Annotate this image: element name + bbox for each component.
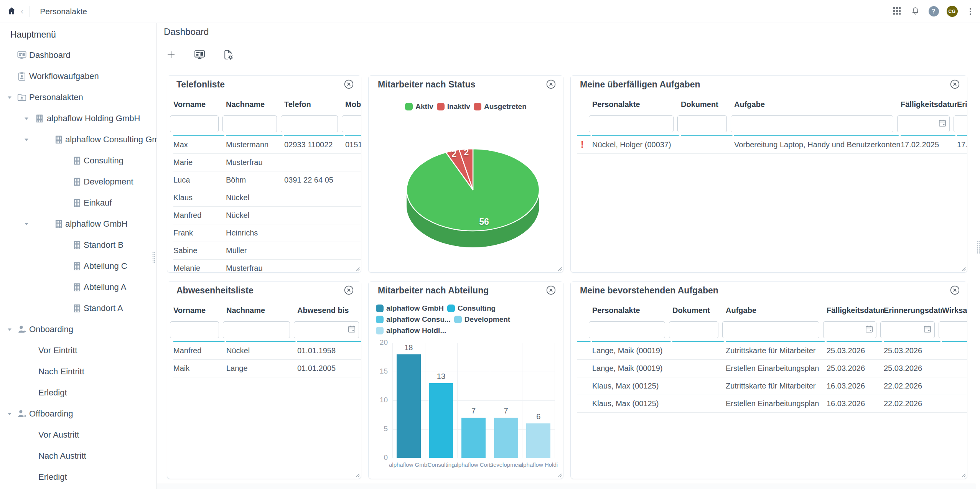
close-icon[interactable] xyxy=(949,78,961,91)
table-row[interactable]: MelanieMusterfrau xyxy=(173,260,361,272)
table-row[interactable]: LucaBöhm0391 22 64 05 xyxy=(173,171,361,189)
chevron-down-icon[interactable] xyxy=(7,327,12,332)
sidebar-item-einkauf[interactable]: Einkauf xyxy=(0,192,156,213)
filter-input-nachname[interactable] xyxy=(223,322,290,338)
sidebar-item-dashboard[interactable]: Dashboard xyxy=(0,44,156,66)
filter-input-wirksamkeitsdatum[interactable] xyxy=(939,322,967,338)
table-row[interactable]: MaxMustermann02933 1100220151 xyxy=(173,136,361,154)
column-header-faelligkeitsdatum[interactable]: Fälligkeitsdatum xyxy=(901,93,957,115)
filter-input-faelligkeitsdatum[interactable] xyxy=(824,322,865,338)
horizontal-scrollbar[interactable] xyxy=(157,484,976,489)
filter-input-faelligkeitsdatum[interactable] xyxy=(898,116,938,132)
filter-input-dokument[interactable] xyxy=(678,116,726,132)
calendar-icon[interactable] xyxy=(865,324,876,335)
sidebar-item-vor-austritt[interactable]: Vor Austritt xyxy=(0,424,156,445)
table-row[interactable]: FrankHeinrichs xyxy=(173,224,361,242)
table-row[interactable]: SabineMüller xyxy=(173,242,361,260)
column-header-mobil[interactable]: Mobil xyxy=(345,93,361,115)
filter-input-telefon[interactable] xyxy=(281,116,338,132)
more-options-button[interactable] xyxy=(964,5,977,18)
sidebar-item-nach-eintritt[interactable]: Nach Eintritt xyxy=(0,361,156,382)
table-row[interactable]: Klaus, Max (00125)Erstellen Einarbeitung… xyxy=(577,395,967,413)
sidebar-item-development[interactable]: Development xyxy=(0,171,156,192)
sidebar-item-erledigt[interactable]: Erledigt xyxy=(0,466,156,487)
resize-handle[interactable] xyxy=(354,265,360,271)
filter-input-vorname[interactable] xyxy=(170,322,219,338)
filter-input-personalakte[interactable] xyxy=(589,116,673,132)
sidebar-item-consulting[interactable]: Consulting xyxy=(0,150,156,171)
sidebar-item-nach-austritt[interactable]: Nach Austritt xyxy=(0,445,156,466)
column-header-personalakte[interactable]: Personalakte xyxy=(592,93,681,115)
column-header-telefon[interactable]: Telefon xyxy=(284,93,345,115)
dashboard-view-button[interactable] xyxy=(191,46,208,64)
resize-handle[interactable] xyxy=(354,472,360,477)
filter-input-abwesend-bis[interactable] xyxy=(294,322,347,338)
resize-handle[interactable] xyxy=(960,265,966,271)
column-header-faelligkeitsdatum[interactable]: Fälligkeitsdatum xyxy=(827,299,884,321)
add-widget-button[interactable] xyxy=(162,46,180,64)
sidebar-item-erledigt[interactable]: Erledigt xyxy=(0,382,156,403)
right-panel-splitter[interactable] xyxy=(976,23,980,489)
apps-grid-button[interactable] xyxy=(890,5,903,18)
sidebar-item-standort-b[interactable]: Standort B xyxy=(0,234,156,255)
table-row[interactable]: MaikLange01.01.2005 xyxy=(173,360,361,377)
table-row[interactable]: !Nückel, Holger (00037)Vorbereitung Lapt… xyxy=(577,136,967,154)
filter-input-dokument[interactable] xyxy=(669,322,718,338)
notifications-button[interactable] xyxy=(909,5,922,18)
resize-handle[interactable] xyxy=(556,472,562,477)
help-button[interactable]: ? xyxy=(927,5,940,18)
resize-handle[interactable] xyxy=(960,472,966,477)
sidebar-item-personalakten[interactable]: Personalakten xyxy=(0,87,156,108)
chevron-down-icon[interactable] xyxy=(24,116,29,121)
close-icon[interactable] xyxy=(343,284,355,296)
sidebar-item-workflowaufgaben[interactable]: Workflowaufgaben xyxy=(0,66,156,87)
sidebar-item-abteilung-a[interactable]: Abteilung A xyxy=(0,277,156,298)
breadcrumb-back-chevron[interactable]: ‹ xyxy=(21,7,23,16)
table-row[interactable]: MarieMusterfrau xyxy=(173,154,361,171)
sidebar-item-abteilung-c[interactable]: Abteilung C xyxy=(0,255,156,277)
column-header-personalakte[interactable]: Personalakte xyxy=(592,299,672,321)
chevron-down-icon[interactable] xyxy=(7,95,12,100)
column-header-erinnerungsdatum[interactable]: Erinnerungsdatum xyxy=(957,93,967,115)
chevron-down-icon[interactable] xyxy=(7,411,12,417)
splitter-grip-icon[interactable] xyxy=(977,240,980,254)
column-header-erinnerungsdatum[interactable]: Erinnerungsdatum xyxy=(884,299,942,321)
dashboard-settings-button[interactable] xyxy=(219,46,237,64)
calendar-icon[interactable] xyxy=(938,119,949,129)
close-icon[interactable] xyxy=(949,284,961,296)
table-row[interactable]: Lange, Maik (00019)Zutrittskarte für Mit… xyxy=(577,342,967,360)
resize-handle[interactable] xyxy=(556,265,562,271)
sidebar-item-alphaflow-gmbh[interactable]: alphaflow GmbH xyxy=(0,213,156,234)
sidebar-item-alphaflow-holding-gmbh[interactable]: alphaflow Holding GmbH xyxy=(0,108,156,129)
filter-input-personalakte[interactable] xyxy=(589,322,665,338)
column-header-vorname[interactable]: Vorname xyxy=(173,93,226,115)
calendar-icon[interactable] xyxy=(347,324,359,335)
table-row[interactable]: Klaus, Max (00125)Zutrittskarte für Mita… xyxy=(577,377,967,395)
table-row[interactable]: Lange, Maik (00019)Erstellen Einarbeitun… xyxy=(577,360,967,377)
sidebar-item-vor-eintritt[interactable]: Vor Eintritt xyxy=(0,340,156,361)
sidebar-item-alphaflow-consulting-gmbh[interactable]: alphaflow Consulting GmbH xyxy=(0,129,156,150)
column-header-nachname[interactable]: Nachname xyxy=(226,93,284,115)
chevron-down-icon[interactable] xyxy=(24,137,29,142)
sidebar-splitter-handle[interactable] xyxy=(152,252,155,263)
calendar-icon[interactable] xyxy=(923,324,934,335)
filter-input-aufgabe[interactable] xyxy=(731,116,893,132)
filter-input-vorname[interactable] xyxy=(170,116,218,132)
column-header-vorname[interactable]: Vorname xyxy=(173,299,226,321)
filter-input-aufgabe[interactable] xyxy=(723,322,819,338)
chevron-down-icon[interactable] xyxy=(24,221,29,227)
column-header-dokument[interactable]: Dokument xyxy=(672,299,726,321)
sidebar-item-standort-a[interactable]: Standort A xyxy=(0,298,156,319)
table-row[interactable]: ManfredNückel01.01.1958 xyxy=(173,342,361,360)
close-icon[interactable] xyxy=(545,284,557,296)
column-header-abwesend-bis[interactable]: Abwesend bis xyxy=(297,299,361,321)
column-header-nachname[interactable]: Nachname xyxy=(226,299,297,321)
table-row[interactable]: KlausNückel xyxy=(173,189,361,207)
sidebar-item-offboarding[interactable]: Offboarding xyxy=(0,403,156,424)
filter-input-mobil[interactable] xyxy=(342,116,361,132)
sidebar-item-onboarding[interactable]: Onboarding xyxy=(0,319,156,340)
home-button[interactable] xyxy=(3,3,20,20)
user-menu-button[interactable]: CG xyxy=(945,5,959,18)
filter-input-nachname[interactable] xyxy=(223,116,277,132)
close-icon[interactable] xyxy=(343,78,355,91)
